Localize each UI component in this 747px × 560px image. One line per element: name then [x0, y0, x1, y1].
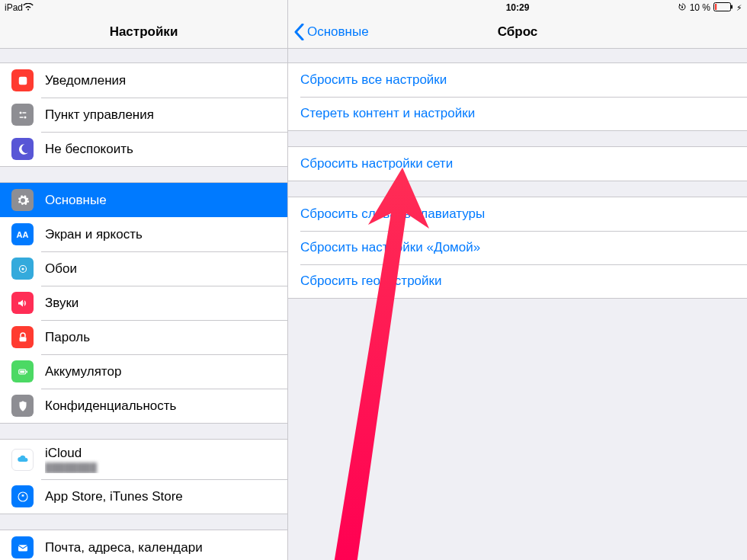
- sidebar-title: Настройки: [110, 24, 178, 40]
- reset-home-layout[interactable]: Сбросить настройки «Домой»: [288, 231, 747, 264]
- sidebar-header: Настройки: [0, 15, 287, 49]
- sidebar-item-dnd[interactable]: Не беспокоить: [0, 132, 287, 166]
- appstore-icon: [11, 485, 34, 507]
- sidebar-item-notifications[interactable]: Уведомления: [0, 63, 287, 98]
- detail-row-label: Сбросить настройки сети: [300, 156, 453, 171]
- detail-row-label: Сбросить все настройки: [300, 72, 447, 88]
- sidebar-item-label: Уведомления: [45, 73, 276, 88]
- chevron-left-icon: [294, 24, 304, 40]
- icloud-icon: [11, 449, 34, 471]
- sidebar-item-mail[interactable]: Почта, адреса, календари: [0, 530, 287, 560]
- svg-rect-10: [20, 370, 24, 373]
- sidebar-item-label: Основные: [45, 193, 276, 208]
- sidebar-item-label: iCloud ████████: [45, 446, 276, 473]
- sidebar-item-icloud[interactable]: iCloud ████████: [0, 440, 287, 479]
- sidebar-item-appstore[interactable]: App Store, iTunes Store: [0, 479, 287, 514]
- sidebar-item-label: Обои: [45, 261, 276, 277]
- sidebar-item-label: Почта, адреса, календари: [45, 540, 276, 555]
- status-right-cluster: 10 % ⚡︎: [678, 2, 742, 14]
- gear-icon: [11, 189, 34, 211]
- device-label: iPad: [5, 2, 23, 13]
- sidebar-item-label: Аккумулятор: [45, 364, 276, 379]
- battery-icon: [713, 2, 733, 14]
- detail-group: Сбросить настройки сети: [288, 146, 747, 181]
- reset-location-privacy[interactable]: Сбросить геонастройки: [288, 264, 747, 298]
- sidebar-item-passcode[interactable]: Пароль: [0, 320, 287, 354]
- sidebar-item-label: Экран и яркость: [45, 227, 276, 242]
- svg-rect-16: [715, 4, 717, 10]
- sidebar-item-sounds[interactable]: Звуки: [0, 286, 287, 320]
- passcode-icon: [11, 326, 34, 348]
- svg-rect-13: [681, 6, 683, 8]
- wallpaper-icon: [11, 258, 34, 280]
- sidebar-item-general[interactable]: Основные: [0, 183, 287, 217]
- sidebar-group: Почта, адреса, календари: [0, 530, 287, 560]
- detail-header: Основные Сброс: [288, 15, 747, 49]
- svg-rect-15: [731, 5, 733, 8]
- back-label: Основные: [307, 24, 369, 40]
- svg-point-3: [24, 116, 26, 118]
- svg-rect-7: [19, 337, 26, 341]
- sidebar-item-label: Не беспокоить: [45, 142, 276, 157]
- sidebar-item-wallpaper[interactable]: Обои: [0, 251, 287, 286]
- detail-row-label: Сбросить словарь клавиатуры: [300, 206, 485, 222]
- sidebar-group: iCloud ████████ App Store, iTunes Store: [0, 439, 287, 514]
- battery-percent: 10 %: [690, 2, 710, 13]
- reset-keyboard-dictionary[interactable]: Сбросить словарь клавиатуры: [288, 197, 747, 231]
- sidebar-item-control-center[interactable]: Пункт управления: [0, 98, 287, 132]
- detail-row-label: Стереть контент и настройки: [300, 106, 475, 121]
- erase-all-content[interactable]: Стереть контент и настройки: [288, 97, 747, 130]
- charging-icon: ⚡︎: [736, 3, 742, 13]
- dnd-icon: [11, 138, 34, 160]
- control-center-icon: [11, 104, 34, 126]
- sidebar-list[interactable]: Уведомления Пункт управления Не беспокои…: [0, 49, 287, 560]
- detail-row-label: Сбросить настройки «Домой»: [300, 240, 480, 255]
- svg-rect-4: [19, 117, 23, 118]
- status-bar-left: iPad: [0, 0, 287, 15]
- sidebar-item-label: Звуки: [45, 296, 276, 311]
- detail-pane: 10:29 10 % ⚡︎ Основные Сброс Сбросить вс…: [288, 0, 747, 560]
- status-bar-right: 10:29 10 % ⚡︎: [288, 0, 747, 15]
- battery-icon: [11, 360, 34, 382]
- svg-rect-0: [18, 76, 27, 85]
- wifi-icon: [23, 2, 34, 13]
- detail-group: Сбросить словарь клавиатуры Сбросить нас…: [288, 197, 747, 299]
- detail-group: Сбросить все настройки Стереть контент и…: [288, 62, 747, 131]
- svg-rect-9: [26, 370, 27, 373]
- sidebar-group: Уведомления Пункт управления Не беспокои…: [0, 62, 287, 167]
- sidebar-item-label: App Store, iTunes Store: [45, 489, 276, 504]
- reset-all-settings[interactable]: Сбросить все настройки: [288, 63, 747, 97]
- detail-list[interactable]: Сбросить все настройки Стереть контент и…: [288, 49, 747, 560]
- svg-point-11: [18, 492, 27, 501]
- privacy-icon: [11, 395, 34, 417]
- reset-network-settings[interactable]: Сбросить настройки сети: [288, 147, 747, 181]
- clock: 10:29: [506, 2, 530, 13]
- display-icon: AA: [11, 223, 34, 245]
- settings-sidebar: iPad Настройки Уведомления Пункт управле…: [0, 0, 288, 560]
- svg-point-1: [19, 111, 21, 114]
- mail-icon: [11, 536, 34, 558]
- sidebar-item-label: Конфиденциальность: [45, 398, 276, 414]
- sidebar-item-privacy[interactable]: Конфиденциальность: [0, 389, 287, 423]
- sidebar-item-display[interactable]: AA Экран и яркость: [0, 217, 287, 251]
- detail-title: Сброс: [498, 24, 538, 40]
- sidebar-item-battery[interactable]: Аккумулятор: [0, 354, 287, 389]
- back-button[interactable]: Основные: [294, 15, 369, 48]
- sidebar-group: Основные AA Экран и яркость Обои Звуки: [0, 182, 287, 424]
- sidebar-item-label: Пароль: [45, 330, 276, 345]
- detail-row-label: Сбросить геонастройки: [300, 274, 442, 289]
- notifications-icon: [11, 69, 34, 91]
- sounds-icon: [11, 292, 34, 314]
- svg-rect-2: [22, 112, 26, 114]
- svg-point-6: [21, 267, 24, 270]
- sidebar-item-label: Пункт управления: [45, 107, 276, 123]
- orientation-lock-icon: [678, 2, 687, 14]
